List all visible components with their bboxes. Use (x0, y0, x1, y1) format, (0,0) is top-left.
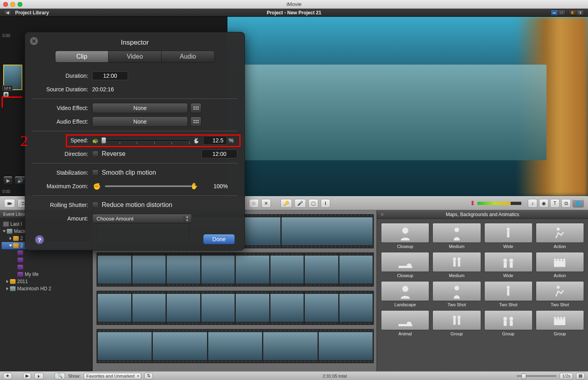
transitions-browser-button[interactable]: ⧉ (561, 199, 571, 208)
tree-item[interactable]: Macintosh HD 2 (2, 285, 91, 292)
animatic-item[interactable]: Action (536, 223, 584, 249)
max-zoom-slider[interactable]: ✋ (105, 185, 197, 187)
search-events-button[interactable]: 🔍 (55, 373, 65, 379)
direction-time-field[interactable]: 12:00 (201, 150, 237, 158)
play-fullscreen-button[interactable]: ▶ (23, 373, 31, 379)
view-grid-icon[interactable]: ▬ (551, 10, 558, 16)
audio-effect-button[interactable]: None (92, 116, 188, 127)
animatic-item[interactable]: Two Shot (432, 281, 481, 307)
hand-open-icon[interactable]: ✋ (190, 182, 198, 190)
animatic-thumb[interactable] (536, 252, 584, 272)
animatic-item[interactable]: Medium (432, 252, 481, 278)
rolling-shutter-checkbox[interactable] (92, 202, 99, 208)
disclosure-icon[interactable] (9, 245, 12, 247)
tab-audio[interactable]: Audio (162, 51, 214, 62)
keyword-button[interactable]: 🔑 (280, 199, 292, 208)
animatic-item[interactable]: Closeup (381, 252, 429, 278)
animatic-thumb[interactable] (484, 223, 533, 243)
animatic-item[interactable]: Wide (484, 223, 533, 249)
clip-row[interactable] (97, 291, 373, 325)
disclosure-icon[interactable] (3, 230, 6, 232)
animatic-item[interactable]: Landscape (381, 281, 429, 307)
crop-button[interactable]: ▢ (308, 199, 318, 208)
tab-video[interactable]: Video (109, 51, 162, 62)
animatic-thumb[interactable] (381, 252, 429, 272)
animatic-item[interactable]: Two Shot (536, 281, 584, 307)
animatic-item[interactable]: Group (432, 310, 481, 336)
inspector-tab-bar[interactable]: Clip Video Audio (55, 51, 215, 63)
timeline-clip[interactable]: 12:0 (3, 65, 22, 90)
stabilization-checkbox[interactable] (92, 169, 99, 176)
animatic-item[interactable]: Animal (381, 310, 429, 336)
animatic-thumb[interactable] (381, 223, 429, 243)
music-browser-button[interactable]: ♪ (528, 199, 537, 208)
titles-browser-button[interactable]: T (550, 199, 560, 208)
animatic-thumb[interactable] (432, 281, 481, 301)
inspector-button[interactable]: i (321, 199, 330, 208)
clip-row[interactable] (97, 252, 373, 287)
play-selection-button[interactable]: ⏵ (34, 373, 43, 379)
animatic-thumb[interactable] (484, 310, 533, 330)
tree-item[interactable]: My life (2, 271, 91, 278)
tab-clip[interactable]: Clip (55, 51, 109, 62)
inspector-panel[interactable]: ✕ Inspector Clip Video Audio Duration: 1… (25, 32, 245, 250)
back-button[interactable]: ◀ (4, 10, 11, 16)
photo-browser-button[interactable]: ◉ (539, 199, 549, 208)
close-inspector-button[interactable]: ✕ (30, 37, 38, 45)
animatic-item[interactable]: Wide (484, 252, 533, 278)
animatic-thumb[interactable] (536, 310, 584, 330)
thumbnail-size-slider[interactable] (517, 375, 556, 377)
animatic-item[interactable]: Action (536, 252, 584, 278)
speed-slider[interactable] (102, 139, 189, 142)
view-list-icon[interactable]: ▭ (558, 10, 565, 16)
show-filter-select[interactable]: Favorites and Unmarked (84, 373, 141, 379)
animatic-item[interactable]: Closeup (381, 223, 429, 249)
animatic-thumb[interactable] (432, 223, 481, 243)
help-button[interactable]: ? (35, 235, 44, 244)
keyword-toggle-button[interactable]: ★ (3, 373, 12, 379)
preview-viewer[interactable] (227, 17, 588, 196)
animatic-item[interactable]: Two Shot (484, 281, 533, 307)
tree-item[interactable]: 2011 (2, 278, 91, 285)
animatic-item[interactable]: Group (484, 310, 533, 336)
maps-browser-button[interactable]: 🌐 (572, 199, 584, 208)
disclosure-icon[interactable] (6, 287, 8, 290)
animatic-thumb[interactable] (432, 252, 481, 272)
duration-field[interactable]: 12:00 (92, 71, 128, 80)
done-button[interactable]: Done (203, 234, 235, 244)
audio-levels-icon[interactable]: ⬍ (470, 199, 475, 207)
reject-button[interactable]: ✕ (261, 199, 271, 208)
animatic-thumb[interactable] (381, 281, 429, 301)
animatic-thumb[interactable] (484, 252, 533, 272)
voiceover-mic-button[interactable]: 🎤 (294, 199, 306, 208)
view-mode-segment[interactable]: ▬ ▭ (551, 10, 566, 16)
video-effect-button[interactable]: None (92, 103, 188, 113)
project-library-label[interactable]: Project Library (15, 10, 49, 16)
swap-layout2-icon[interactable]: ◨ (576, 10, 584, 16)
video-effect-browser-icon[interactable] (190, 103, 201, 113)
play-button[interactable]: ▶ (3, 176, 13, 185)
thumb-view-button[interactable]: ▦ (576, 373, 585, 379)
disclosure-icon[interactable] (10, 237, 12, 240)
audio-effect-browser-icon[interactable] (190, 116, 201, 127)
animatic-thumb[interactable] (536, 281, 584, 301)
maps-backgrounds-panel[interactable]: ✕ Maps, Backgrounds and Animatics Closeu… (377, 210, 588, 371)
animatic-item[interactable]: Medium (432, 223, 481, 249)
favorite-button[interactable]: ☆ (249, 199, 259, 208)
clip-row[interactable] (97, 329, 373, 363)
speed-value-field[interactable]: 12.5 (203, 136, 227, 145)
tree-item[interactable] (2, 256, 91, 264)
animatic-item[interactable]: Group (536, 310, 584, 336)
tree-item[interactable] (2, 264, 91, 271)
swap-layout-icon[interactable]: ◧ (569, 10, 576, 16)
animatic-thumb[interactable] (484, 281, 533, 301)
animatic-thumb[interactable] (381, 310, 429, 330)
disclosure-icon[interactable] (6, 280, 8, 283)
view-toggle-segment[interactable]: ◧ ◨ (569, 10, 584, 16)
amount-select[interactable]: Choose Amount▴▾ (92, 214, 192, 223)
thumb-duration-button[interactable]: 1/2s (560, 373, 573, 379)
animatic-thumb[interactable] (432, 310, 481, 330)
reverse-checkbox[interactable] (92, 151, 99, 157)
filter-options-button[interactable]: ⇅ (144, 373, 153, 379)
voiceover-button[interactable]: 🔊 (14, 176, 26, 185)
